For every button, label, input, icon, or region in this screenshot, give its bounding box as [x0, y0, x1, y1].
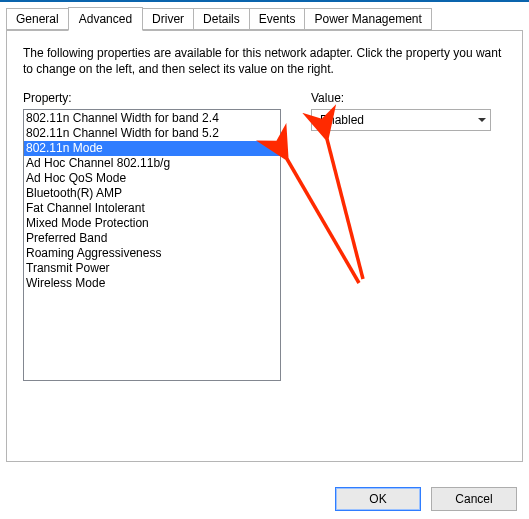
- dialog-button-row: OK Cancel: [335, 487, 517, 511]
- value-dropdown-text: Enabled: [320, 113, 364, 127]
- device-properties-window: General Advanced Driver Details Events P…: [0, 0, 529, 519]
- chevron-down-icon: [478, 118, 486, 122]
- tab-events[interactable]: Events: [249, 8, 306, 30]
- property-listbox[interactable]: 802.11n Channel Width for band 2.4802.11…: [23, 109, 281, 381]
- property-item[interactable]: Bluetooth(R) AMP: [24, 186, 280, 201]
- tab-power-management[interactable]: Power Management: [304, 8, 431, 30]
- property-item[interactable]: 802.11n Mode: [24, 141, 280, 156]
- property-item[interactable]: Ad Hoc Channel 802.11b/g: [24, 156, 280, 171]
- property-item[interactable]: Wireless Mode: [24, 276, 280, 291]
- tabstrip: General Advanced Driver Details Events P…: [0, 2, 529, 30]
- property-item[interactable]: Fat Channel Intolerant: [24, 201, 280, 216]
- tab-details[interactable]: Details: [193, 8, 250, 30]
- property-item[interactable]: Mixed Mode Protection: [24, 216, 280, 231]
- cancel-button[interactable]: Cancel: [431, 487, 517, 511]
- advanced-panel: The following properties are available f…: [6, 30, 523, 462]
- ok-button[interactable]: OK: [335, 487, 421, 511]
- value-label: Value:: [311, 91, 506, 105]
- property-label: Property:: [23, 91, 281, 105]
- panel-description: The following properties are available f…: [23, 45, 506, 77]
- property-item[interactable]: 802.11n Channel Width for band 5.2: [24, 126, 280, 141]
- tab-advanced[interactable]: Advanced: [68, 7, 143, 31]
- tab-general[interactable]: General: [6, 8, 69, 30]
- tab-driver[interactable]: Driver: [142, 8, 194, 30]
- property-item[interactable]: Transmit Power: [24, 261, 280, 276]
- property-item[interactable]: Roaming Aggressiveness: [24, 246, 280, 261]
- property-item[interactable]: Preferred Band: [24, 231, 280, 246]
- property-item[interactable]: Ad Hoc QoS Mode: [24, 171, 280, 186]
- value-dropdown[interactable]: Enabled: [311, 109, 491, 131]
- property-item[interactable]: 802.11n Channel Width for band 2.4: [24, 111, 280, 126]
